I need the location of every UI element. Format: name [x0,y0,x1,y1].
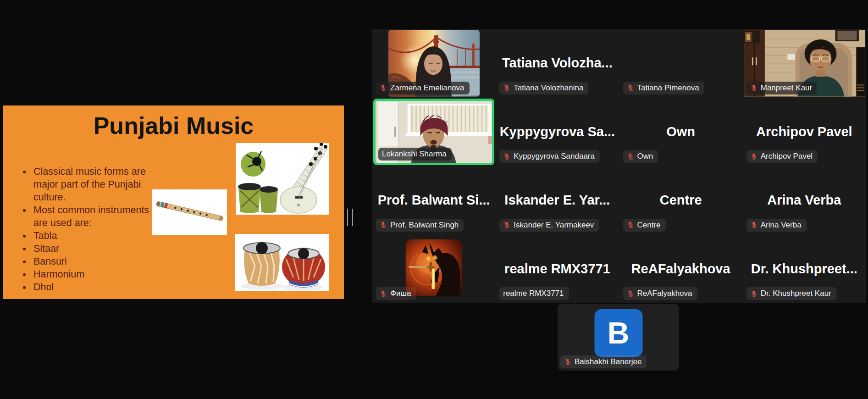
slide-bullet: Most common instruments are used are: [32,204,152,229]
muted-mic-icon [750,84,757,91]
participant-tile-reafalyakhova[interactable]: ReAFalyakhova ReAFalyakhova [620,236,741,303]
slide-bullet-list: Classical music forms are major part of … [22,165,152,294]
avatar-letter: B [608,316,630,350]
muted-mic-icon [627,84,634,91]
participant-tile-lokankshi-sharma-active-speaker[interactable]: Lokankshi Sharma [373,99,494,166]
muted-mic-icon [380,221,387,228]
muted-mic-icon [627,153,634,160]
slide-title: Punjabi Music [3,112,344,139]
name-label-text: Centre [637,220,661,230]
muted-mic-icon [627,290,634,297]
name-label: Baishakhi Banerjee [560,355,647,368]
participant-tile-tatiana-pimenova[interactable]: Tatiana Pimenova [620,30,741,97]
muted-mic-icon [750,290,757,297]
name-label: Tatiana Pimenova [623,82,704,94]
name-label-text: Manpreet Kaur [761,83,812,93]
sitar-and-tabla-image [236,143,329,215]
participant-tile-archipov-pavel[interactable]: Archipov Pavel Archipov Pavel [744,99,865,166]
name-label: Kyppygyrova Sandaara [499,150,600,163]
slide-bullet: Bansuri [32,255,152,268]
name-label: Centre [623,219,666,232]
name-label-text: Фиша [390,288,411,298]
name-label-text: ReAFalyakhova [637,288,692,298]
name-label-text: Archipov Pavel [761,151,813,161]
name-label: Prof. Balwant Singh [376,219,464,232]
name-label-text: Iskander E. Yarmakeev [514,220,594,230]
slide-bullet: Dhol [32,281,152,294]
participant-tile-centre[interactable]: Centre Centre [620,167,741,234]
name-label: Lokankshi Sharma [378,148,452,161]
muted-mic-icon [503,84,510,91]
muted-mic-icon [503,153,510,160]
participant-tile-own[interactable]: Own Own [620,99,741,166]
participant-tile-baishakhi-banerjee[interactable]: B Baishakhi Banerjee [558,304,679,371]
layout-resize-handle[interactable] [347,209,353,226]
name-label-text: Dr. Khushpreet Kaur [761,288,831,298]
muted-mic-icon [564,358,571,366]
participant-tile-prof-balwant-singh[interactable]: Prof. Balwant Si... Prof. Balwant Singh [373,167,494,234]
name-label-text: Lokankshi Sharma [382,149,447,159]
name-label: Archipov Pavel [746,150,818,163]
name-label-text: Tatiana Volozhanina [514,83,583,93]
slide-bullet: Sitaar [32,242,152,255]
name-label: Dr. Khushpreet Kaur [746,287,836,300]
name-label: Tatiana Volozhanina [499,82,588,94]
participant-tile-tatiana-volozhanina[interactable]: Tatiana Volozha... Tatiana Volozhanina [497,30,618,97]
name-label-text: Prof. Balwant Singh [390,220,459,230]
name-label-text: Zarmena Emelianova [390,83,464,93]
muted-mic-icon [750,153,757,160]
name-label-text: Tatiana Pimenova [637,83,699,93]
muted-mic-icon [503,221,510,228]
participant-tile-fisha[interactable]: Фиша [373,236,494,303]
participant-tile-arina-verba[interactable]: Arina Verba Arina Verba [744,167,865,234]
slide-bullet: Classical music forms are major part of … [32,165,152,204]
participant-tile-zarmena-emelianova[interactable]: Zarmena Emelianova [373,30,494,97]
name-label-text: Baishakhi Banerjee [575,357,641,366]
name-label-text: Arina Verba [761,220,802,230]
name-label: Фиша [376,287,416,300]
name-label-text: realme RMX3771 [503,288,564,298]
muted-mic-icon [750,221,757,228]
name-label: realme RMX3771 [499,287,569,300]
participant-tile-kyppygyrova-sandaara[interactable]: Kyppygyrova Sa... Kyppygyrova Sandaara [497,99,618,166]
slide-bullet: Tabla [32,229,152,242]
name-label: Own [623,150,658,163]
slide-bullet: Harmonium [32,268,152,281]
participant-tile-manpreet-kaur[interactable]: Manpreet Kaur [744,30,865,97]
name-label: Manpreet Kaur [746,82,817,94]
baishakhi-letter-avatar: B [594,309,642,357]
name-label: Iskander E. Yarmakeev [499,219,599,232]
participant-tile-iskander-yarmakeev[interactable]: Iskander E. Yar... Iskander E. Yarmakeev [497,167,618,234]
bansuri-flute-image [152,189,227,235]
muted-mic-icon [380,290,387,297]
muted-mic-icon [627,221,634,228]
participant-tile-dr-khushpreet-kaur[interactable]: Dr. Khushpreet... Dr. Khushpreet Kaur [744,236,865,303]
name-label: Arina Verba [746,219,807,232]
muted-mic-icon [380,84,387,91]
name-label: Zarmena Emelianova [376,82,470,94]
video-gallery: Zarmena Emelianova Tatiana Volozha... Ta… [372,29,866,303]
name-label-text: Kyppygyrova Sandaara [514,151,595,161]
name-label-text: Own [637,151,653,161]
shared-screen-slide: Punjabi Music Classical music forms are … [3,105,344,299]
participant-tile-realme-rmx3771[interactable]: realme RMX3771 realme RMX3771 [497,236,618,303]
name-label: ReAFalyakhova [623,287,697,300]
red-tabla-pair-image [235,234,329,291]
